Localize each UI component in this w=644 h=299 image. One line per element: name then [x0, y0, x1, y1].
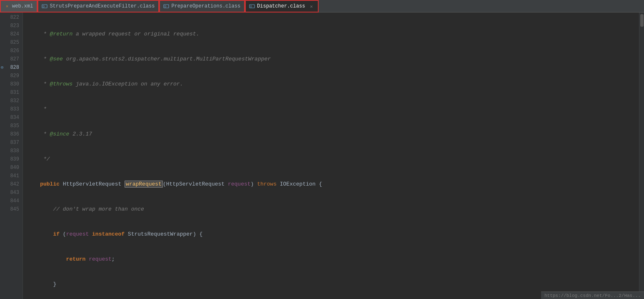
linenum-833: 833	[0, 105, 19, 113]
svg-text:D: D	[165, 5, 166, 8]
tab-struts-filter[interactable]: D StrutsPrepareAndExecuteFilter.class	[37, 0, 159, 13]
class-icon-2: D	[163, 3, 169, 9]
code-line-831: return request;	[23, 255, 639, 264]
code-line-826: * @since 2.3.17	[23, 130, 639, 138]
tab-label-dispatcher: Dispatcher.class	[257, 3, 305, 9]
linenum-845: 845	[0, 205, 19, 214]
svg-text:D: D	[250, 5, 252, 8]
linenum-837: 837	[0, 138, 19, 147]
linenum-824: 824	[0, 30, 19, 38]
status-bar: https://blog.csdn.net/Fo...2/Has...	[541, 291, 644, 299]
code-content[interactable]: * @return a wrapped request or original …	[23, 13, 639, 299]
linenum-839: 839	[0, 155, 19, 163]
linenum-842: 842	[0, 180, 19, 188]
code-line-822: * @return a wrapped request or original …	[23, 30, 639, 38]
linenum-843: 843	[0, 188, 19, 197]
linenum-825: 825	[0, 38, 19, 47]
code-line-828: public HttpServletRequest wrapRequest(Ht…	[23, 180, 639, 188]
code-line-830: if (request instanceof StrutsRequestWrap…	[23, 230, 639, 239]
tab-label-prepare: PrepareOperations.class	[171, 3, 240, 9]
tab-label-web-xml: web.xml	[12, 3, 33, 9]
code-line-824: * @throws java.io.IOException on any err…	[23, 80, 639, 88]
linenum-822: 822	[0, 13, 19, 22]
tab-prepare-ops[interactable]: D PrepareOperations.class	[159, 0, 245, 13]
linenum-841: 841	[0, 172, 19, 180]
linenum-838: 838	[0, 147, 19, 155]
status-url: https://blog.csdn.net/Fo...2/Has...	[544, 293, 641, 298]
line-numbers: 822 823 824 825 826 827 828 829 830 831 …	[0, 13, 23, 299]
svg-text:D: D	[43, 5, 45, 8]
class-icon-1: D	[42, 3, 47, 9]
code-area: 822 823 824 825 826 827 828 829 830 831 …	[0, 13, 644, 299]
linenum-827: 827	[0, 55, 19, 63]
code-line-825: *	[23, 105, 639, 113]
tab-dispatcher[interactable]: D Dispatcher.class ✕	[245, 0, 319, 13]
linenum-823: 823	[0, 22, 19, 30]
class-icon-3: D	[249, 3, 255, 9]
linenum-834: 834	[0, 113, 19, 122]
code-line-832: }	[23, 280, 639, 289]
linenum-835: 835	[0, 122, 19, 130]
tab-bar: ✕ web.xml D StrutsPrepareAndExecuteFilte…	[0, 0, 644, 13]
linenum-828: 828	[0, 63, 19, 72]
linenum-832: 832	[0, 97, 19, 105]
linenum-836: 836	[0, 130, 19, 138]
code-line-827: */	[23, 155, 639, 163]
tab-close-button[interactable]: ✕	[309, 3, 314, 10]
linenum-826: 826	[0, 47, 19, 55]
linenum-831: 831	[0, 88, 19, 97]
code-line-823: * @see org.apache.struts2.dispatcher.mul…	[23, 55, 639, 63]
linenum-844: 844	[0, 197, 19, 205]
scrollbar-thumb[interactable]	[640, 14, 644, 27]
code-line-829: // don't wrap more than once	[23, 205, 639, 214]
linenum-830: 830	[0, 80, 19, 88]
xml-icon: ✕	[4, 3, 10, 9]
vertical-scrollbar[interactable]	[639, 13, 644, 299]
linenum-840: 840	[0, 163, 19, 172]
linenum-829: 829	[0, 72, 19, 80]
tab-label-struts: StrutsPrepareAndExecuteFilter.class	[50, 3, 155, 9]
tab-web-xml[interactable]: ✕ web.xml	[0, 0, 37, 13]
